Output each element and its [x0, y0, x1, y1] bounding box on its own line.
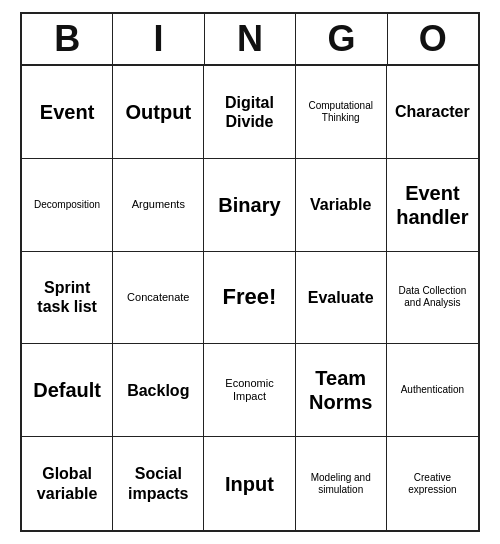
cell-text-20: Global variable — [26, 464, 108, 502]
cell-text-21: Social impacts — [117, 464, 199, 502]
bingo-grid: EventOutputDigital DivideComputational T… — [22, 66, 478, 530]
header-letter-b: B — [22, 14, 113, 64]
header-letter-n: N — [205, 14, 296, 64]
bingo-cell-3: Computational Thinking — [296, 66, 387, 159]
cell-text-24: Creative expression — [391, 472, 474, 496]
cell-text-4: Character — [395, 102, 470, 121]
cell-text-12: Free! — [223, 284, 277, 310]
bingo-cell-14: Data Collection and Analysis — [387, 252, 478, 345]
bingo-header: BINGO — [22, 14, 478, 66]
bingo-cell-5: Decomposition — [22, 159, 113, 252]
cell-text-15: Default — [33, 378, 101, 402]
cell-text-7: Binary — [218, 193, 280, 217]
bingo-cell-23: Modeling and simulation — [296, 437, 387, 530]
cell-text-9: Event handler — [391, 181, 474, 229]
cell-text-8: Variable — [310, 195, 371, 214]
bingo-card: BINGO EventOutputDigital DivideComputati… — [20, 12, 480, 532]
bingo-cell-8: Variable — [296, 159, 387, 252]
cell-text-10: Sprint task list — [26, 278, 108, 316]
bingo-cell-18: Team Norms — [296, 344, 387, 437]
bingo-cell-20: Global variable — [22, 437, 113, 530]
cell-text-13: Evaluate — [308, 288, 374, 307]
bingo-cell-21: Social impacts — [113, 437, 204, 530]
cell-text-1: Output — [126, 100, 192, 124]
cell-text-5: Decomposition — [34, 199, 100, 211]
bingo-cell-12: Free! — [204, 252, 295, 345]
bingo-cell-19: Authentication — [387, 344, 478, 437]
bingo-cell-7: Binary — [204, 159, 295, 252]
cell-text-22: Input — [225, 472, 274, 496]
cell-text-11: Concatenate — [127, 291, 189, 304]
bingo-cell-16: Backlog — [113, 344, 204, 437]
header-letter-o: O — [388, 14, 478, 64]
bingo-cell-0: Event — [22, 66, 113, 159]
cell-text-3: Computational Thinking — [300, 100, 382, 124]
cell-text-19: Authentication — [401, 384, 464, 396]
bingo-cell-9: Event handler — [387, 159, 478, 252]
bingo-cell-22: Input — [204, 437, 295, 530]
cell-text-23: Modeling and simulation — [300, 472, 382, 496]
cell-text-16: Backlog — [127, 381, 189, 400]
bingo-cell-1: Output — [113, 66, 204, 159]
bingo-cell-11: Concatenate — [113, 252, 204, 345]
cell-text-6: Arguments — [132, 198, 185, 211]
bingo-cell-10: Sprint task list — [22, 252, 113, 345]
bingo-cell-2: Digital Divide — [204, 66, 295, 159]
bingo-cell-17: Economic Impact — [204, 344, 295, 437]
cell-text-0: Event — [40, 100, 94, 124]
bingo-cell-13: Evaluate — [296, 252, 387, 345]
bingo-cell-6: Arguments — [113, 159, 204, 252]
bingo-cell-24: Creative expression — [387, 437, 478, 530]
bingo-cell-4: Character — [387, 66, 478, 159]
header-letter-g: G — [296, 14, 387, 64]
cell-text-14: Data Collection and Analysis — [391, 285, 474, 309]
bingo-cell-15: Default — [22, 344, 113, 437]
cell-text-18: Team Norms — [300, 366, 382, 414]
cell-text-17: Economic Impact — [208, 377, 290, 403]
cell-text-2: Digital Divide — [208, 93, 290, 131]
header-letter-i: I — [113, 14, 204, 64]
